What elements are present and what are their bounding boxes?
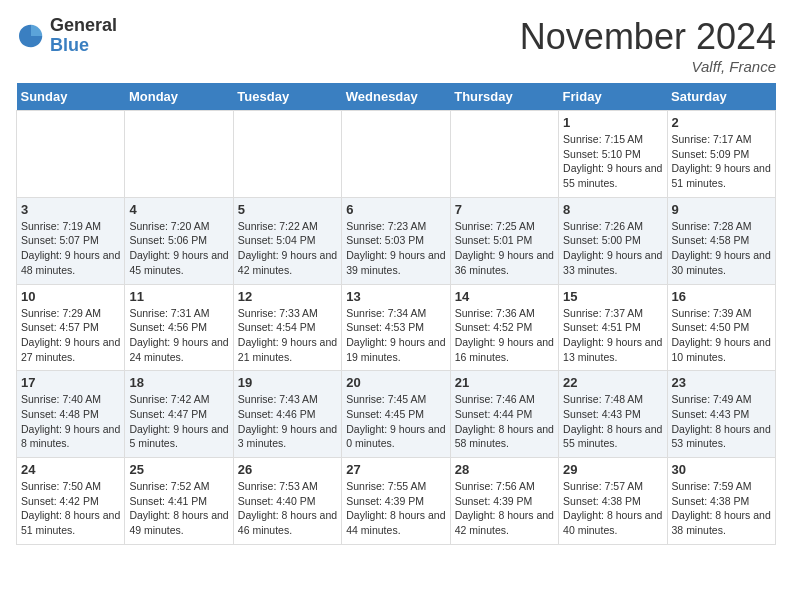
day-info: Sunrise: 7:39 AM Sunset: 4:50 PM Dayligh… [672, 306, 771, 365]
weekday-header-friday: Friday [559, 83, 667, 111]
day-info: Sunrise: 7:48 AM Sunset: 4:43 PM Dayligh… [563, 392, 662, 451]
day-info: Sunrise: 7:28 AM Sunset: 4:58 PM Dayligh… [672, 219, 771, 278]
day-info: Sunrise: 7:43 AM Sunset: 4:46 PM Dayligh… [238, 392, 337, 451]
calendar-cell [233, 111, 341, 198]
day-info: Sunrise: 7:45 AM Sunset: 4:45 PM Dayligh… [346, 392, 445, 451]
day-number: 20 [346, 375, 445, 390]
week-row-1: 1Sunrise: 7:15 AM Sunset: 5:10 PM Daylig… [17, 111, 776, 198]
calendar-cell [342, 111, 450, 198]
day-info: Sunrise: 7:17 AM Sunset: 5:09 PM Dayligh… [672, 132, 771, 191]
day-info: Sunrise: 7:46 AM Sunset: 4:44 PM Dayligh… [455, 392, 554, 451]
day-number: 23 [672, 375, 771, 390]
calendar-cell: 19Sunrise: 7:43 AM Sunset: 4:46 PM Dayli… [233, 371, 341, 458]
calendar-cell: 2Sunrise: 7:17 AM Sunset: 5:09 PM Daylig… [667, 111, 775, 198]
day-number: 26 [238, 462, 337, 477]
calendar-cell: 8Sunrise: 7:26 AM Sunset: 5:00 PM Daylig… [559, 197, 667, 284]
calendar-cell: 6Sunrise: 7:23 AM Sunset: 5:03 PM Daylig… [342, 197, 450, 284]
day-number: 6 [346, 202, 445, 217]
calendar-cell [450, 111, 558, 198]
day-number: 19 [238, 375, 337, 390]
calendar-cell: 5Sunrise: 7:22 AM Sunset: 5:04 PM Daylig… [233, 197, 341, 284]
day-info: Sunrise: 7:26 AM Sunset: 5:00 PM Dayligh… [563, 219, 662, 278]
day-info: Sunrise: 7:33 AM Sunset: 4:54 PM Dayligh… [238, 306, 337, 365]
week-row-2: 3Sunrise: 7:19 AM Sunset: 5:07 PM Daylig… [17, 197, 776, 284]
calendar-cell: 27Sunrise: 7:55 AM Sunset: 4:39 PM Dayli… [342, 458, 450, 545]
day-number: 9 [672, 202, 771, 217]
calendar-cell: 13Sunrise: 7:34 AM Sunset: 4:53 PM Dayli… [342, 284, 450, 371]
calendar-cell: 11Sunrise: 7:31 AM Sunset: 4:56 PM Dayli… [125, 284, 233, 371]
calendar-cell: 23Sunrise: 7:49 AM Sunset: 4:43 PM Dayli… [667, 371, 775, 458]
calendar-cell: 15Sunrise: 7:37 AM Sunset: 4:51 PM Dayli… [559, 284, 667, 371]
day-number: 2 [672, 115, 771, 130]
day-info: Sunrise: 7:23 AM Sunset: 5:03 PM Dayligh… [346, 219, 445, 278]
calendar-cell: 14Sunrise: 7:36 AM Sunset: 4:52 PM Dayli… [450, 284, 558, 371]
day-number: 3 [21, 202, 120, 217]
day-info: Sunrise: 7:20 AM Sunset: 5:06 PM Dayligh… [129, 219, 228, 278]
day-number: 29 [563, 462, 662, 477]
day-number: 11 [129, 289, 228, 304]
day-info: Sunrise: 7:42 AM Sunset: 4:47 PM Dayligh… [129, 392, 228, 451]
day-number: 10 [21, 289, 120, 304]
day-info: Sunrise: 7:53 AM Sunset: 4:40 PM Dayligh… [238, 479, 337, 538]
day-number: 18 [129, 375, 228, 390]
logo: General Blue [16, 16, 117, 56]
weekday-header-sunday: Sunday [17, 83, 125, 111]
week-row-3: 10Sunrise: 7:29 AM Sunset: 4:57 PM Dayli… [17, 284, 776, 371]
calendar-cell [17, 111, 125, 198]
day-number: 30 [672, 462, 771, 477]
day-number: 14 [455, 289, 554, 304]
day-number: 27 [346, 462, 445, 477]
day-number: 16 [672, 289, 771, 304]
calendar-cell: 10Sunrise: 7:29 AM Sunset: 4:57 PM Dayli… [17, 284, 125, 371]
weekday-header-tuesday: Tuesday [233, 83, 341, 111]
calendar-cell: 20Sunrise: 7:45 AM Sunset: 4:45 PM Dayli… [342, 371, 450, 458]
weekday-header-monday: Monday [125, 83, 233, 111]
day-number: 24 [21, 462, 120, 477]
calendar-cell [125, 111, 233, 198]
week-row-4: 17Sunrise: 7:40 AM Sunset: 4:48 PM Dayli… [17, 371, 776, 458]
day-info: Sunrise: 7:37 AM Sunset: 4:51 PM Dayligh… [563, 306, 662, 365]
calendar-cell: 7Sunrise: 7:25 AM Sunset: 5:01 PM Daylig… [450, 197, 558, 284]
day-info: Sunrise: 7:55 AM Sunset: 4:39 PM Dayligh… [346, 479, 445, 538]
calendar-header: SundayMondayTuesdayWednesdayThursdayFrid… [17, 83, 776, 111]
weekday-header-thursday: Thursday [450, 83, 558, 111]
calendar-cell: 22Sunrise: 7:48 AM Sunset: 4:43 PM Dayli… [559, 371, 667, 458]
day-number: 1 [563, 115, 662, 130]
day-info: Sunrise: 7:49 AM Sunset: 4:43 PM Dayligh… [672, 392, 771, 451]
calendar-cell: 1Sunrise: 7:15 AM Sunset: 5:10 PM Daylig… [559, 111, 667, 198]
day-number: 25 [129, 462, 228, 477]
day-number: 13 [346, 289, 445, 304]
day-info: Sunrise: 7:56 AM Sunset: 4:39 PM Dayligh… [455, 479, 554, 538]
day-number: 28 [455, 462, 554, 477]
calendar-cell: 4Sunrise: 7:20 AM Sunset: 5:06 PM Daylig… [125, 197, 233, 284]
calendar-cell: 3Sunrise: 7:19 AM Sunset: 5:07 PM Daylig… [17, 197, 125, 284]
calendar-table: SundayMondayTuesdayWednesdayThursdayFrid… [16, 83, 776, 545]
day-info: Sunrise: 7:59 AM Sunset: 4:38 PM Dayligh… [672, 479, 771, 538]
day-info: Sunrise: 7:57 AM Sunset: 4:38 PM Dayligh… [563, 479, 662, 538]
day-info: Sunrise: 7:40 AM Sunset: 4:48 PM Dayligh… [21, 392, 120, 451]
day-number: 12 [238, 289, 337, 304]
calendar-cell: 12Sunrise: 7:33 AM Sunset: 4:54 PM Dayli… [233, 284, 341, 371]
calendar-cell: 24Sunrise: 7:50 AM Sunset: 4:42 PM Dayli… [17, 458, 125, 545]
day-number: 5 [238, 202, 337, 217]
calendar-cell: 17Sunrise: 7:40 AM Sunset: 4:48 PM Dayli… [17, 371, 125, 458]
day-number: 7 [455, 202, 554, 217]
calendar-body: 1Sunrise: 7:15 AM Sunset: 5:10 PM Daylig… [17, 111, 776, 545]
day-number: 22 [563, 375, 662, 390]
location: Valff, France [520, 58, 776, 75]
week-row-5: 24Sunrise: 7:50 AM Sunset: 4:42 PM Dayli… [17, 458, 776, 545]
logo-text: General Blue [50, 16, 117, 56]
calendar-cell: 18Sunrise: 7:42 AM Sunset: 4:47 PM Dayli… [125, 371, 233, 458]
title-block: November 2024 Valff, France [520, 16, 776, 75]
month-title: November 2024 [520, 16, 776, 58]
calendar-cell: 16Sunrise: 7:39 AM Sunset: 4:50 PM Dayli… [667, 284, 775, 371]
day-info: Sunrise: 7:19 AM Sunset: 5:07 PM Dayligh… [21, 219, 120, 278]
day-number: 15 [563, 289, 662, 304]
day-info: Sunrise: 7:31 AM Sunset: 4:56 PM Dayligh… [129, 306, 228, 365]
day-info: Sunrise: 7:29 AM Sunset: 4:57 PM Dayligh… [21, 306, 120, 365]
weekday-header-wednesday: Wednesday [342, 83, 450, 111]
calendar-cell: 25Sunrise: 7:52 AM Sunset: 4:41 PM Dayli… [125, 458, 233, 545]
weekday-header-saturday: Saturday [667, 83, 775, 111]
day-info: Sunrise: 7:34 AM Sunset: 4:53 PM Dayligh… [346, 306, 445, 365]
calendar-cell: 26Sunrise: 7:53 AM Sunset: 4:40 PM Dayli… [233, 458, 341, 545]
